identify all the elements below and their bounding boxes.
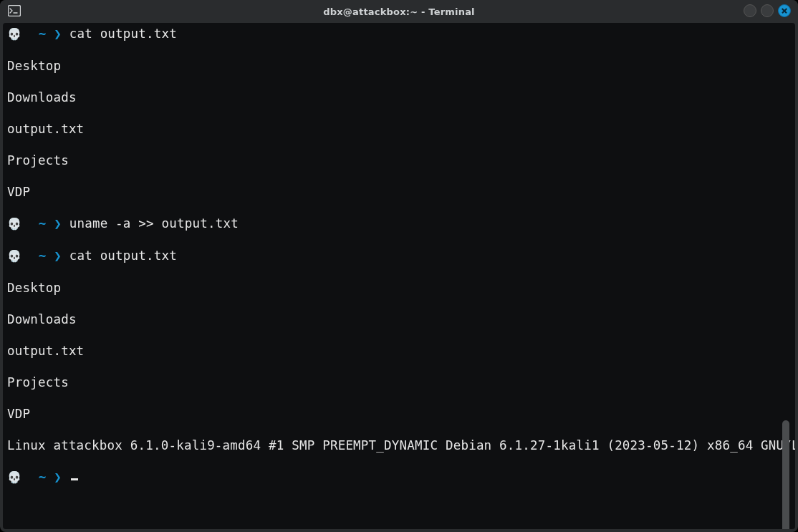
skull-icon: 💀 [7,248,21,264]
minimize-button[interactable] [744,4,756,17]
terminal-viewport[interactable]: 💀 ~ ❯ cat output.txt Desktop Downloads o… [3,23,795,529]
output-line: Linux attackbox 6.1.0-kali9-amd64 #1 SMP… [7,437,793,453]
app-menu-icon[interactable] [7,4,21,17]
titlebar[interactable]: dbx@attackbox:~ - Terminal [0,0,798,23]
close-button[interactable] [778,4,791,17]
window-controls [744,4,791,17]
prompt-cwd: ~ [39,470,47,484]
skull-icon: 💀 [7,470,21,485]
maximize-button[interactable] [761,4,774,17]
prompt-arrow-icon: ❯ [54,26,62,41]
command-text: cat output.txt [69,248,177,263]
cursor [71,478,78,480]
prompt-arrow-icon: ❯ [54,470,62,484]
output-line: VDP [7,184,793,200]
skull-icon: 💀 [7,26,21,42]
output-line: Desktop [7,280,793,296]
scrollbar-thumb[interactable] [782,420,789,529]
terminal-window: dbx@attackbox:~ - Terminal 💀 ~ ❯ cat out… [0,0,798,532]
output-line: output.txt [7,121,793,137]
prompt-arrow-icon: ❯ [54,248,62,263]
terminal-content[interactable]: 💀 ~ ❯ cat output.txt Desktop Downloads o… [7,26,793,485]
output-line: Downloads [7,311,793,327]
output-line: Projects [7,374,793,390]
prompt-line: 💀 ~ ❯ cat output.txt [7,248,793,264]
output-line: Downloads [7,90,793,105]
prompt-cwd: ~ [39,216,47,231]
prompt-cwd: ~ [39,248,47,263]
output-line: output.txt [7,343,793,359]
prompt-cwd: ~ [39,26,47,41]
prompt-line: 💀 ~ ❯ cat output.txt [7,26,793,42]
output-line: Projects [7,153,793,168]
output-line: Desktop [7,58,793,74]
skull-icon: 💀 [7,216,21,232]
svg-rect-0 [9,6,21,16]
command-text: cat output.txt [69,26,177,41]
window-title: dbx@attackbox:~ - Terminal [323,6,475,17]
command-text: uname -a >> output.txt [69,216,239,231]
prompt-arrow-icon: ❯ [54,216,62,231]
prompt-line: 💀 ~ ❯ uname -a >> output.txt [7,216,793,232]
prompt-line: 💀 ~ ❯ [7,469,793,485]
output-line: VDP [7,406,793,422]
